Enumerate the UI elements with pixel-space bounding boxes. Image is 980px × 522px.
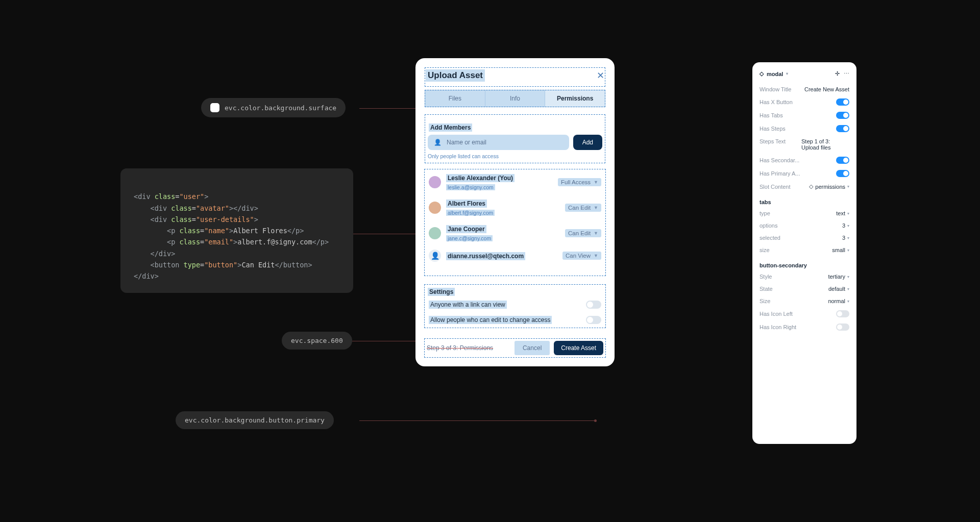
toggle-has-x[interactable] [836,98,849,106]
prop-value[interactable]: default▾ [828,286,849,292]
token-label: evc.color.background.button.primary [185,416,325,424]
prop-key: Has Icon Left [760,311,793,317]
chevron-down-icon: ▾ [847,287,849,291]
color-swatch [210,103,219,112]
token-space: evc.space.600 [282,332,352,350]
prop-row: Slot Content ◇ permissions ▾ [760,180,849,193]
prop-value[interactable]: Step 1 of 3: Upload files [801,138,849,151]
setting-row: Allow people who can edit to change acce… [425,312,605,328]
move-icon[interactable]: ✢ [835,70,840,77]
settings-label: Settings [428,288,455,296]
tab-info[interactable]: Info [485,90,546,107]
toggle-has-primary[interactable] [836,170,849,177]
name-email-input[interactable]: 👤 Name or email [428,135,569,150]
section-button-secondary: button-secondary [760,262,849,268]
chevron-down-icon: ▾ [847,275,849,279]
tabs: Files Info Permissions [425,90,605,107]
permission-select[interactable]: Can Edit▼ [565,204,601,212]
token-label: evc.space.600 [291,337,343,344]
setting-row: Anyone with a link can view [425,297,605,312]
prop-key: selected [760,235,780,241]
chevron-down-icon: ▼ [594,253,598,258]
prop-value[interactable]: tertiary▾ [828,274,849,280]
modal-header: Upload Asset ✕ [425,67,605,87]
panel-header: ◇ modal ▾ ✢ ⋯ [760,70,849,77]
component-name: modal [767,71,783,77]
member-name: dianne.russel@qtech.com [446,252,525,260]
member-list: Leslie Alexander (You) leslie.a@signy.co… [425,169,605,276]
diamond-icon: ◇ [760,70,764,77]
prop-row: Has Steps [760,122,849,135]
toggle-has-secondary[interactable] [836,157,849,164]
more-icon[interactable]: ⋯ [844,70,849,77]
prop-value[interactable]: ◇ permissions ▾ [809,183,849,190]
prop-key: type [760,210,770,216]
chevron-down-icon: ▾ [847,248,849,253]
setting-text: Allow people who can edit to change acce… [429,316,552,324]
chevron-down-icon: ▾ [847,211,849,216]
tab-permissions[interactable]: Permissions [545,90,605,107]
prop-row: Has Primary A... [760,167,849,180]
member-name: Albert Flores [446,200,487,208]
prop-value[interactable]: small▾ [832,247,849,253]
prop-row: Steps Text Step 1 of 3: Upload files [760,135,849,154]
prop-value[interactable]: Create New Asset [804,86,849,92]
member-email: jane.c@signy.com [446,235,493,241]
prop-key: Steps Text [760,138,786,144]
chevron-down-icon: ▼ [594,205,598,210]
avatar [429,176,441,188]
prop-value[interactable]: text▾ [836,210,849,216]
prop-key: Style [760,274,772,280]
toggle-link-view[interactable] [586,301,601,309]
token-button-primary: evc.color.background.button.primary [176,411,334,429]
prop-value[interactable]: 3▾ [842,235,849,241]
permission-select[interactable]: Can Edit▼ [565,229,601,237]
tab-files[interactable]: Files [425,90,485,107]
cancel-button[interactable]: Cancel [514,341,550,355]
prop-row: Has Icon Right [760,320,849,334]
toggle-icon-left[interactable] [836,310,849,317]
toggle-has-tabs[interactable] [836,112,849,119]
prop-key: Slot Content [760,184,791,190]
setting-text: Anyone with a link can view [429,301,507,309]
token-surface: evc.color.background.surface [201,98,346,117]
modal-footer: Step 3 of 3: Permissions Cancel Create A… [425,339,605,357]
member-name: Leslie Alexander (You) [446,174,514,182]
prop-row: Has X Button [760,95,849,109]
prop-row: Has Secondar... [760,154,849,167]
prop-row: type text▾ [760,207,849,219]
toggle-has-steps[interactable] [836,125,849,132]
add-members-label: Add Members [429,123,472,132]
prop-key: Size [760,298,770,304]
prop-row: Size normal▾ [760,295,849,307]
prop-row: Has Icon Left [760,307,849,320]
prop-key: State [760,286,773,292]
member-row: 👤 dianne.russel@qtech.com Can View▼ [425,246,605,265]
member-row: Albert Flores albert.f@signy.com Can Edi… [425,195,605,220]
token-label: evc.color.background.surface [225,104,336,112]
create-asset-button[interactable]: Create Asset [554,341,603,355]
permission-select[interactable]: Can View▼ [562,252,601,260]
code-snippet: <div class="user"> <div class="avatar"><… [120,168,353,293]
connector-line [359,420,595,421]
settings-section: Settings Anyone with a link can view All… [425,285,605,328]
section-tabs: tabs [760,199,849,205]
chevron-down-icon: ▾ [847,223,849,228]
prop-row: State default▾ [760,283,849,295]
steps-text: Step 3 of 3: Permissions [427,344,510,352]
prop-key: Has Secondar... [760,157,799,163]
member-row: Leslie Alexander (You) leslie.a@signy.co… [425,169,605,195]
toggle-change-access[interactable] [586,316,601,324]
prop-value[interactable]: 3▾ [842,222,849,229]
prop-value[interactable]: normal▾ [828,298,849,304]
prop-key: Window Title [760,86,791,92]
toggle-icon-right[interactable] [836,324,849,331]
close-icon[interactable]: ✕ [597,70,604,81]
add-button[interactable]: Add [573,135,602,150]
permission-select[interactable]: Full Access▼ [558,178,601,186]
chevron-down-icon: ▼ [594,231,598,236]
prop-key: Has Tabs [760,112,783,118]
member-name: Jane Cooper [446,225,486,233]
chevron-down-icon[interactable]: ▾ [786,71,788,76]
property-panel: ◇ modal ▾ ✢ ⋯ Window Title Create New As… [752,62,856,444]
